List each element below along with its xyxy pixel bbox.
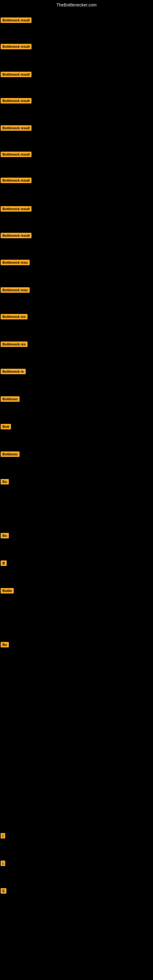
bottleneck-badge-25[interactable]: E: [1, 888, 6, 894]
bottleneck-badge-6[interactable]: Bottleneck result: [1, 151, 32, 157]
bottleneck-badge-23[interactable]: |: [1, 833, 5, 838]
bottleneck-badge-8[interactable]: Bottleneck result: [1, 206, 32, 212]
bottleneck-badge-3[interactable]: Bottleneck result: [1, 72, 32, 77]
bottleneck-badge-22[interactable]: Bo: [1, 642, 9, 648]
bottleneck-badge-11[interactable]: Bottleneck resu: [1, 287, 30, 293]
bottleneck-badge-15[interactable]: Bottlenec: [1, 396, 19, 402]
bottleneck-badge-1[interactable]: Bottleneck result: [1, 18, 32, 23]
bottleneck-badge-21[interactable]: Bottle: [1, 588, 14, 593]
bottleneck-badge-9[interactable]: Bottleneck result: [1, 233, 32, 238]
bottleneck-badge-14[interactable]: Bottleneck re: [1, 369, 26, 374]
bottleneck-badge-18[interactable]: Bo: [1, 479, 9, 485]
bottleneck-badge-4[interactable]: Bottleneck result: [1, 98, 32, 103]
bottleneck-badge-13[interactable]: Bottleneck res: [1, 342, 27, 347]
bottleneck-badge-20[interactable]: B: [1, 560, 7, 566]
bottleneck-badge-12[interactable]: Bottleneck res: [1, 314, 27, 320]
bottleneck-badge-19[interactable]: Bo: [1, 533, 9, 538]
bottleneck-badge-17[interactable]: Bottlenec: [1, 452, 19, 457]
bottleneck-badge-10[interactable]: Bottleneck resu: [1, 260, 30, 265]
bottleneck-badge-7[interactable]: Bottleneck result: [1, 178, 32, 183]
bottleneck-badge-16[interactable]: Bott: [1, 424, 11, 430]
bottleneck-badge-5[interactable]: Bottleneck result: [1, 125, 32, 131]
bottleneck-badge-2[interactable]: Bottleneck result: [1, 44, 32, 49]
bottleneck-badge-24[interactable]: |: [1, 861, 5, 866]
site-title: TheBottlenecker.com: [0, 0, 153, 10]
